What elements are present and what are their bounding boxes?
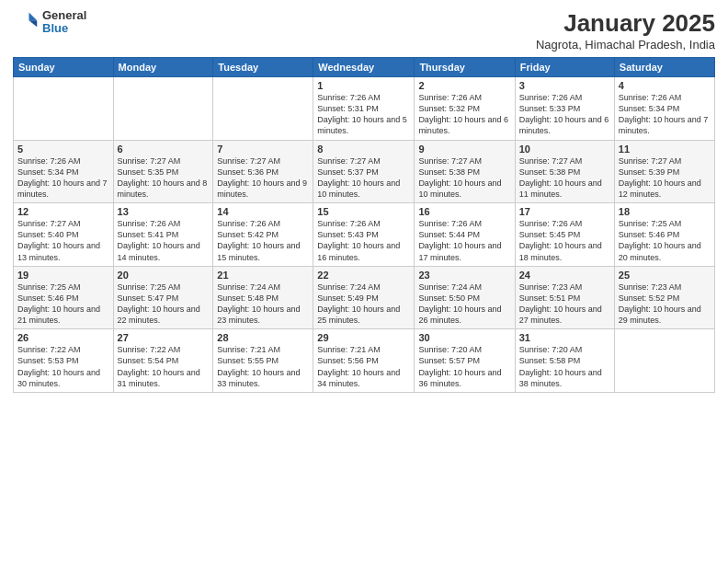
calendar-cell: 16Sunrise: 7:26 AMSunset: 5:44 PMDayligh… [415, 203, 515, 267]
calendar-week-row: 12Sunrise: 7:27 AMSunset: 5:40 PMDayligh… [14, 203, 715, 267]
svg-marker-1 [29, 21, 38, 28]
calendar-header-row: SundayMondayTuesdayWednesdayThursdayFrid… [14, 58, 715, 77]
day-number: 6 [118, 144, 210, 155]
logo-blue: Blue [42, 22, 86, 35]
day-number: 14 [217, 206, 309, 217]
calendar-cell: 23Sunrise: 7:24 AMSunset: 5:50 PMDayligh… [415, 266, 515, 329]
calendar-cell: 24Sunrise: 7:23 AMSunset: 5:51 PMDayligh… [515, 266, 614, 329]
calendar-cell: 26Sunrise: 7:22 AMSunset: 5:53 PMDayligh… [14, 329, 114, 393]
day-info: Sunrise: 7:25 AMSunset: 5:46 PMDaylight:… [619, 218, 711, 263]
calendar-weekday: Sunday [14, 58, 114, 77]
day-info: Sunrise: 7:26 AMSunset: 5:41 PMDaylight:… [118, 218, 210, 263]
calendar-week-row: 19Sunrise: 7:25 AMSunset: 5:46 PMDayligh… [14, 266, 715, 329]
logo: General Blue [13, 9, 86, 36]
calendar-cell: 29Sunrise: 7:21 AMSunset: 5:56 PMDayligh… [313, 329, 415, 393]
calendar-cell: 7Sunrise: 7:27 AMSunset: 5:36 PMDaylight… [213, 140, 313, 203]
calendar-weekday: Wednesday [313, 58, 415, 77]
day-number: 21 [217, 270, 309, 281]
day-info: Sunrise: 7:26 AMSunset: 5:34 PMDaylight:… [619, 92, 711, 137]
calendar-cell [213, 77, 313, 141]
day-info: Sunrise: 7:23 AMSunset: 5:51 PMDaylight:… [519, 282, 610, 327]
day-number: 5 [17, 144, 109, 155]
day-info: Sunrise: 7:26 AMSunset: 5:45 PMDaylight:… [519, 218, 610, 263]
day-number: 2 [418, 80, 510, 91]
day-info: Sunrise: 7:25 AMSunset: 5:46 PMDaylight:… [17, 282, 109, 327]
day-info: Sunrise: 7:20 AMSunset: 5:57 PMDaylight:… [418, 344, 510, 389]
day-number: 4 [619, 80, 711, 91]
logo-icon [13, 9, 39, 35]
day-info: Sunrise: 7:26 AMSunset: 5:33 PMDaylight:… [519, 92, 610, 137]
calendar-cell: 30Sunrise: 7:20 AMSunset: 5:57 PMDayligh… [415, 329, 515, 393]
day-number: 3 [519, 80, 610, 91]
main-title: January 2025 [536, 9, 715, 38]
day-info: Sunrise: 7:26 AMSunset: 5:34 PMDaylight:… [17, 155, 109, 201]
day-number: 25 [619, 270, 711, 281]
day-info: Sunrise: 7:27 AMSunset: 5:35 PMDaylight:… [118, 155, 210, 201]
calendar-cell: 15Sunrise: 7:26 AMSunset: 5:43 PMDayligh… [313, 203, 415, 267]
calendar-weekday: Thursday [415, 58, 515, 77]
day-number: 19 [17, 270, 109, 281]
day-info: Sunrise: 7:26 AMSunset: 5:32 PMDaylight:… [418, 92, 510, 137]
calendar-cell: 17Sunrise: 7:26 AMSunset: 5:45 PMDayligh… [515, 203, 614, 267]
day-info: Sunrise: 7:24 AMSunset: 5:50 PMDaylight:… [418, 282, 510, 327]
day-number: 31 [519, 332, 610, 343]
day-number: 24 [519, 270, 610, 281]
day-info: Sunrise: 7:27 AMSunset: 5:38 PMDaylight:… [418, 155, 510, 201]
day-number: 11 [619, 144, 711, 155]
day-number: 30 [418, 332, 510, 343]
calendar-cell: 27Sunrise: 7:22 AMSunset: 5:54 PMDayligh… [113, 329, 213, 393]
day-info: Sunrise: 7:27 AMSunset: 5:38 PMDaylight:… [519, 155, 610, 201]
calendar-cell: 9Sunrise: 7:27 AMSunset: 5:38 PMDaylight… [415, 140, 515, 203]
day-number: 9 [418, 144, 510, 155]
calendar-cell: 31Sunrise: 7:20 AMSunset: 5:58 PMDayligh… [515, 329, 614, 393]
day-number: 17 [519, 206, 610, 217]
day-number: 10 [519, 144, 610, 155]
day-info: Sunrise: 7:27 AMSunset: 5:36 PMDaylight:… [217, 155, 309, 201]
day-number: 18 [619, 206, 711, 217]
calendar-weekday: Friday [515, 58, 614, 77]
day-info: Sunrise: 7:21 AMSunset: 5:55 PMDaylight:… [217, 344, 309, 389]
calendar-cell [14, 77, 114, 141]
day-number: 27 [118, 332, 210, 343]
day-number: 22 [317, 270, 410, 281]
calendar-weekday: Tuesday [213, 58, 313, 77]
day-number: 1 [317, 80, 410, 91]
day-info: Sunrise: 7:22 AMSunset: 5:53 PMDaylight:… [17, 344, 109, 389]
day-info: Sunrise: 7:26 AMSunset: 5:31 PMDaylight:… [317, 92, 410, 137]
day-number: 7 [217, 144, 309, 155]
calendar-cell: 21Sunrise: 7:24 AMSunset: 5:48 PMDayligh… [213, 266, 313, 329]
day-info: Sunrise: 7:20 AMSunset: 5:58 PMDaylight:… [519, 344, 610, 389]
day-info: Sunrise: 7:21 AMSunset: 5:56 PMDaylight:… [317, 344, 410, 389]
day-number: 23 [418, 270, 510, 281]
calendar-cell: 4Sunrise: 7:26 AMSunset: 5:34 PMDaylight… [614, 77, 714, 141]
page: General Blue January 2025 Nagrota, Himac… [0, 0, 728, 563]
calendar-cell: 13Sunrise: 7:26 AMSunset: 5:41 PMDayligh… [113, 203, 213, 267]
day-info: Sunrise: 7:26 AMSunset: 5:43 PMDaylight:… [317, 218, 410, 263]
day-number: 15 [317, 206, 410, 217]
logo-general: General [42, 9, 86, 22]
day-info: Sunrise: 7:23 AMSunset: 5:52 PMDaylight:… [619, 282, 711, 327]
logo-text: General Blue [42, 9, 86, 36]
title-block: January 2025 Nagrota, Himachal Pradesh, … [536, 9, 715, 52]
calendar-week-row: 26Sunrise: 7:22 AMSunset: 5:53 PMDayligh… [14, 329, 715, 393]
calendar-cell: 2Sunrise: 7:26 AMSunset: 5:32 PMDaylight… [415, 77, 515, 141]
day-info: Sunrise: 7:25 AMSunset: 5:47 PMDaylight:… [118, 282, 210, 327]
day-info: Sunrise: 7:26 AMSunset: 5:44 PMDaylight:… [418, 218, 510, 263]
day-info: Sunrise: 7:24 AMSunset: 5:49 PMDaylight:… [317, 282, 410, 327]
calendar-cell: 5Sunrise: 7:26 AMSunset: 5:34 PMDaylight… [14, 140, 114, 203]
day-info: Sunrise: 7:27 AMSunset: 5:39 PMDaylight:… [619, 155, 711, 201]
calendar-cell: 18Sunrise: 7:25 AMSunset: 5:46 PMDayligh… [614, 203, 714, 267]
day-number: 12 [17, 206, 109, 217]
day-number: 29 [317, 332, 410, 343]
calendar-cell: 20Sunrise: 7:25 AMSunset: 5:47 PMDayligh… [113, 266, 213, 329]
calendar-cell: 11Sunrise: 7:27 AMSunset: 5:39 PMDayligh… [614, 140, 714, 203]
calendar-cell: 19Sunrise: 7:25 AMSunset: 5:46 PMDayligh… [14, 266, 114, 329]
day-info: Sunrise: 7:27 AMSunset: 5:40 PMDaylight:… [17, 218, 109, 263]
day-number: 28 [217, 332, 309, 343]
day-info: Sunrise: 7:27 AMSunset: 5:37 PMDaylight:… [317, 155, 410, 201]
day-info: Sunrise: 7:24 AMSunset: 5:48 PMDaylight:… [217, 282, 309, 327]
calendar-cell [113, 77, 213, 141]
header: General Blue January 2025 Nagrota, Himac… [13, 9, 715, 52]
calendar-cell: 22Sunrise: 7:24 AMSunset: 5:49 PMDayligh… [313, 266, 415, 329]
calendar-week-row: 1Sunrise: 7:26 AMSunset: 5:31 PMDaylight… [14, 77, 715, 141]
